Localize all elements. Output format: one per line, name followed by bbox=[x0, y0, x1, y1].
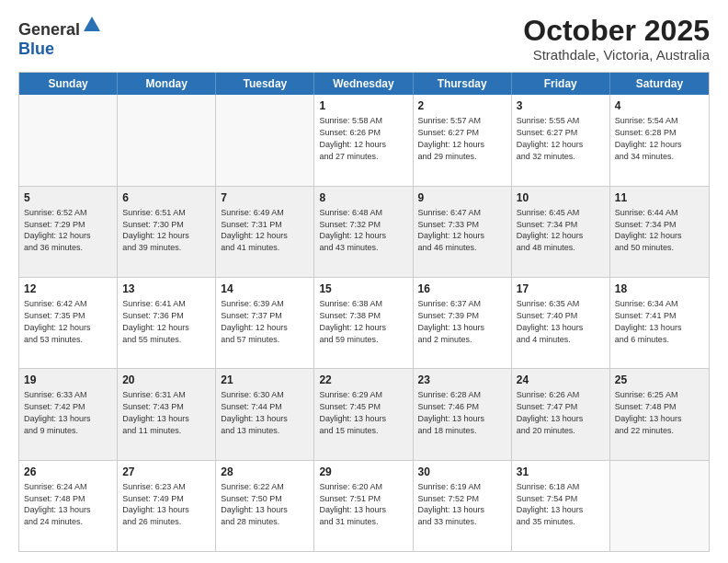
cal-cell-w2-d5: 9Sunrise: 6:47 AMSunset: 7:33 PMDaylight… bbox=[414, 187, 512, 277]
header: General Blue October 2025 Strathdale, Vi… bbox=[18, 15, 710, 63]
cal-cell-w2-d2: 6Sunrise: 6:51 AMSunset: 7:30 PMDaylight… bbox=[118, 187, 216, 277]
day-number: 21 bbox=[221, 373, 309, 387]
day-number: 30 bbox=[418, 465, 506, 479]
page: General Blue October 2025 Strathdale, Vi… bbox=[0, 0, 728, 563]
cal-cell-w2-d3: 7Sunrise: 6:49 AMSunset: 7:31 PMDaylight… bbox=[216, 187, 314, 277]
cell-info: Sunrise: 6:30 AMSunset: 7:44 PMDaylight:… bbox=[221, 390, 288, 434]
cell-info: Sunrise: 6:38 AMSunset: 7:38 PMDaylight:… bbox=[319, 299, 386, 343]
cell-info: Sunrise: 6:45 AMSunset: 7:34 PMDaylight:… bbox=[517, 208, 584, 252]
cal-cell-w5-d6: 31Sunrise: 6:18 AMSunset: 7:54 PMDayligh… bbox=[512, 461, 610, 551]
day-number: 16 bbox=[418, 282, 506, 296]
cal-cell-w4-d4: 22Sunrise: 6:29 AMSunset: 7:45 PMDayligh… bbox=[314, 369, 413, 459]
day-number: 15 bbox=[319, 282, 407, 296]
calendar-week-4: 19Sunrise: 6:33 AMSunset: 7:42 PMDayligh… bbox=[19, 369, 709, 460]
location: Strathdale, Victoria, Australia bbox=[523, 47, 710, 63]
cell-info: Sunrise: 6:31 AMSunset: 7:43 PMDaylight:… bbox=[122, 390, 189, 434]
cal-cell-w1-d1 bbox=[19, 95, 118, 185]
cal-cell-w1-d5: 2Sunrise: 5:57 AMSunset: 6:27 PMDaylight… bbox=[414, 95, 512, 185]
cell-info: Sunrise: 6:23 AMSunset: 7:49 PMDaylight:… bbox=[122, 482, 189, 526]
cal-cell-w5-d5: 30Sunrise: 6:19 AMSunset: 7:52 PMDayligh… bbox=[414, 461, 512, 551]
day-number: 14 bbox=[221, 282, 309, 296]
title-section: October 2025 Strathdale, Victoria, Austr… bbox=[523, 15, 710, 63]
cal-cell-w3-d6: 17Sunrise: 6:35 AMSunset: 7:40 PMDayligh… bbox=[512, 278, 610, 368]
cell-info: Sunrise: 6:41 AMSunset: 7:36 PMDaylight:… bbox=[122, 299, 189, 343]
cal-cell-w3-d7: 18Sunrise: 6:34 AMSunset: 7:41 PMDayligh… bbox=[610, 278, 709, 368]
day-number: 9 bbox=[418, 190, 506, 205]
cell-info: Sunrise: 6:48 AMSunset: 7:32 PMDaylight:… bbox=[319, 208, 386, 252]
cell-info: Sunrise: 6:42 AMSunset: 7:35 PMDaylight:… bbox=[24, 299, 91, 343]
calendar: Sunday Monday Tuesday Wednesday Thursday… bbox=[18, 72, 710, 552]
cell-info: Sunrise: 6:33 AMSunset: 7:42 PMDaylight:… bbox=[24, 390, 91, 434]
header-sunday: Sunday bbox=[19, 73, 118, 95]
cal-cell-w4-d1: 19Sunrise: 6:33 AMSunset: 7:42 PMDayligh… bbox=[19, 369, 118, 459]
cal-cell-w3-d2: 13Sunrise: 6:41 AMSunset: 7:36 PMDayligh… bbox=[118, 278, 216, 368]
cell-info: Sunrise: 6:44 AMSunset: 7:34 PMDaylight:… bbox=[615, 208, 682, 252]
day-number: 2 bbox=[418, 98, 506, 113]
cal-cell-w2-d4: 8Sunrise: 6:48 AMSunset: 7:32 PMDaylight… bbox=[314, 187, 413, 277]
cal-cell-w3-d1: 12Sunrise: 6:42 AMSunset: 7:35 PMDayligh… bbox=[19, 278, 118, 368]
cal-cell-w4-d2: 20Sunrise: 6:31 AMSunset: 7:43 PMDayligh… bbox=[118, 369, 216, 459]
cell-info: Sunrise: 6:20 AMSunset: 7:51 PMDaylight:… bbox=[319, 482, 386, 526]
header-tuesday: Tuesday bbox=[216, 73, 314, 95]
cell-info: Sunrise: 6:35 AMSunset: 7:40 PMDaylight:… bbox=[517, 299, 584, 343]
cell-info: Sunrise: 6:47 AMSunset: 7:33 PMDaylight:… bbox=[418, 208, 485, 252]
day-number: 17 bbox=[517, 282, 605, 296]
cell-info: Sunrise: 6:29 AMSunset: 7:45 PMDaylight:… bbox=[319, 390, 386, 434]
day-number: 28 bbox=[221, 465, 309, 479]
logo-blue: Blue bbox=[18, 40, 54, 58]
cal-cell-w5-d4: 29Sunrise: 6:20 AMSunset: 7:51 PMDayligh… bbox=[314, 461, 413, 551]
calendar-week-2: 5Sunrise: 6:52 AMSunset: 7:29 PMDaylight… bbox=[19, 187, 709, 278]
cell-info: Sunrise: 6:28 AMSunset: 7:46 PMDaylight:… bbox=[418, 390, 485, 434]
calendar-week-3: 12Sunrise: 6:42 AMSunset: 7:35 PMDayligh… bbox=[19, 278, 709, 369]
logo: General Blue bbox=[18, 15, 102, 59]
calendar-header: Sunday Monday Tuesday Wednesday Thursday… bbox=[19, 73, 709, 95]
cell-info: Sunrise: 6:19 AMSunset: 7:52 PMDaylight:… bbox=[418, 482, 485, 526]
cell-info: Sunrise: 6:18 AMSunset: 7:54 PMDaylight:… bbox=[517, 482, 584, 526]
header-thursday: Thursday bbox=[414, 73, 512, 95]
day-number: 24 bbox=[517, 373, 605, 387]
cell-info: Sunrise: 5:54 AMSunset: 6:28 PMDaylight:… bbox=[615, 116, 682, 160]
cal-cell-w3-d4: 15Sunrise: 6:38 AMSunset: 7:38 PMDayligh… bbox=[314, 278, 413, 368]
cal-cell-w2-d6: 10Sunrise: 6:45 AMSunset: 7:34 PMDayligh… bbox=[512, 187, 610, 277]
day-number: 12 bbox=[24, 282, 112, 296]
cell-info: Sunrise: 6:24 AMSunset: 7:48 PMDaylight:… bbox=[24, 482, 91, 526]
day-number: 7 bbox=[221, 190, 309, 205]
day-number: 5 bbox=[24, 190, 112, 205]
cell-info: Sunrise: 6:34 AMSunset: 7:41 PMDaylight:… bbox=[615, 299, 682, 343]
day-number: 23 bbox=[418, 373, 506, 387]
day-number: 1 bbox=[319, 98, 407, 113]
day-number: 6 bbox=[122, 190, 210, 205]
header-wednesday: Wednesday bbox=[314, 73, 413, 95]
logo-icon bbox=[82, 15, 102, 35]
cell-info: Sunrise: 6:25 AMSunset: 7:48 PMDaylight:… bbox=[615, 390, 682, 434]
day-number: 13 bbox=[122, 282, 210, 296]
cell-info: Sunrise: 6:37 AMSunset: 7:39 PMDaylight:… bbox=[418, 299, 485, 343]
cell-info: Sunrise: 6:26 AMSunset: 7:47 PMDaylight:… bbox=[517, 390, 584, 434]
cal-cell-w5-d2: 27Sunrise: 6:23 AMSunset: 7:49 PMDayligh… bbox=[118, 461, 216, 551]
cal-cell-w1-d4: 1Sunrise: 5:58 AMSunset: 6:26 PMDaylight… bbox=[314, 95, 413, 185]
day-number: 26 bbox=[24, 465, 112, 479]
header-saturday: Saturday bbox=[610, 73, 709, 95]
cal-cell-w2-d1: 5Sunrise: 6:52 AMSunset: 7:29 PMDaylight… bbox=[19, 187, 118, 277]
cal-cell-w4-d5: 23Sunrise: 6:28 AMSunset: 7:46 PMDayligh… bbox=[414, 369, 512, 459]
cell-info: Sunrise: 6:22 AMSunset: 7:50 PMDaylight:… bbox=[221, 482, 288, 526]
calendar-week-5: 26Sunrise: 6:24 AMSunset: 7:48 PMDayligh… bbox=[19, 461, 709, 551]
cell-info: Sunrise: 6:49 AMSunset: 7:31 PMDaylight:… bbox=[221, 208, 288, 252]
cal-cell-w1-d2 bbox=[118, 95, 216, 185]
cell-info: Sunrise: 5:58 AMSunset: 6:26 PMDaylight:… bbox=[319, 116, 386, 160]
day-number: 3 bbox=[517, 98, 605, 113]
cal-cell-w5-d3: 28Sunrise: 6:22 AMSunset: 7:50 PMDayligh… bbox=[216, 461, 314, 551]
svg-marker-0 bbox=[84, 17, 100, 31]
cell-info: Sunrise: 6:39 AMSunset: 7:37 PMDaylight:… bbox=[221, 299, 288, 343]
day-number: 29 bbox=[319, 465, 407, 479]
day-number: 20 bbox=[122, 373, 210, 387]
header-friday: Friday bbox=[512, 73, 610, 95]
cal-cell-w1-d3 bbox=[216, 95, 314, 185]
logo-general: General bbox=[18, 20, 80, 39]
logo-text: General Blue bbox=[18, 15, 102, 59]
cell-info: Sunrise: 6:52 AMSunset: 7:29 PMDaylight:… bbox=[24, 208, 91, 252]
day-number: 19 bbox=[24, 373, 112, 387]
day-number: 27 bbox=[122, 465, 210, 479]
day-number: 18 bbox=[615, 282, 704, 296]
cal-cell-w4-d7: 25Sunrise: 6:25 AMSunset: 7:48 PMDayligh… bbox=[610, 369, 709, 459]
